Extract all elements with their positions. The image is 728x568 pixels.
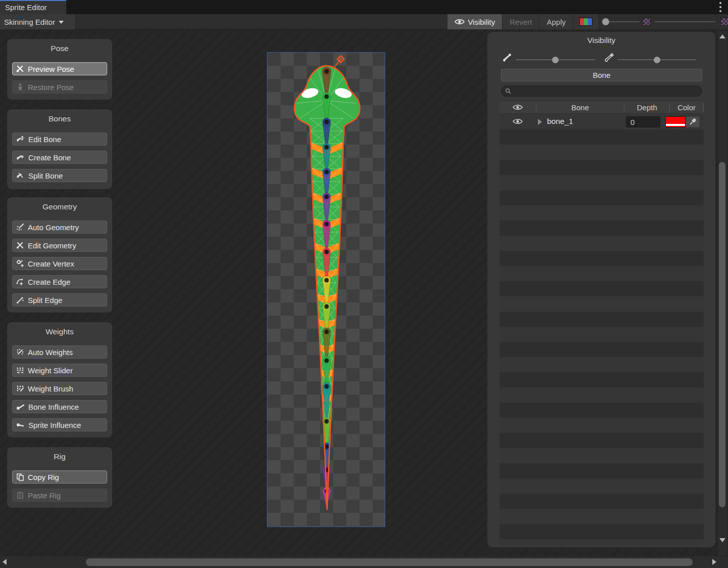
restore-pose-button[interactable]: Restore Pose [12, 80, 107, 94]
scroll-down-arrow-icon[interactable] [719, 538, 725, 542]
toolbar: Skinning Editor Visibility Revert Apply [0, 14, 728, 29]
bones-panel-title: Bones [7, 113, 112, 124]
eyedropper-icon [689, 118, 696, 125]
vertical-scrollbar[interactable] [718, 31, 727, 555]
bone-opacity-slider-knob[interactable] [552, 57, 559, 63]
copy-rig-button[interactable]: Copy Rig [12, 470, 107, 484]
weights-panel: Weights Auto Weights [7, 322, 113, 438]
alpha-bar [666, 124, 685, 126]
create-bone-icon [16, 153, 25, 161]
split-bone-button[interactable]: Split Bone [12, 169, 107, 182]
opacity-sliders [599, 14, 728, 29]
scroll-up-arrow-icon[interactable] [719, 34, 725, 38]
visibility-panel-title: Visibility [487, 36, 715, 45]
auto-geometry-button[interactable]: Auto Geometry [12, 221, 107, 234]
weight-slider-icon [16, 366, 24, 374]
geometry-panel-title: Geometry [7, 201, 112, 212]
edit-bone-button[interactable]: Edit Bone [12, 133, 107, 146]
bone-influence-icon [16, 403, 25, 411]
weight-brush-icon [16, 384, 24, 392]
editor-mode-label: Skinning Editor [4, 18, 55, 26]
visibility-panel: Visibility Bone [487, 31, 716, 548]
create-vertex-icon [16, 259, 24, 268]
mesh-opacity-slider-track[interactable] [609, 21, 640, 22]
visibility-column-eye-icon [513, 104, 523, 110]
paste-icon [16, 491, 24, 499]
vertical-scrollbar-thumb[interactable] [719, 162, 725, 507]
bone-search-field[interactable] [501, 85, 702, 97]
tab-bone[interactable]: Bone [501, 69, 702, 81]
column-header-depth: Depth [624, 101, 669, 113]
weight-slider-button[interactable]: Weight Slider [12, 364, 107, 377]
rigged-sprite [267, 53, 386, 528]
geometry-panel: Geometry Auto Geometry Edit Geometry [7, 197, 113, 313]
search-input[interactable] [514, 88, 696, 95]
rgb-swatch-icon [579, 18, 593, 26]
visibility-toggle-button[interactable]: Visibility [447, 14, 502, 29]
sprite-canvas[interactable] [267, 52, 385, 527]
copy-icon [16, 473, 24, 481]
eyedropper-button[interactable] [686, 116, 700, 127]
split-edge-button[interactable]: Split Edge [12, 293, 107, 307]
eye-icon [454, 19, 465, 25]
apply-button[interactable]: Apply [539, 14, 573, 29]
preview-pose-button[interactable]: Preview Pose [12, 62, 107, 75]
rig-panel-title: Rig [7, 451, 112, 462]
split-edge-icon [16, 296, 24, 304]
create-edge-icon [16, 278, 24, 286]
edit-geometry-icon [16, 241, 24, 249]
kebab-menu-icon[interactable] [719, 2, 722, 12]
create-vertex-button[interactable]: Create Vertex [12, 257, 107, 270]
bone-visibility-eye-icon[interactable] [513, 118, 523, 124]
column-header-color: Color [670, 101, 703, 113]
sprite-color-swatch-button[interactable] [573, 14, 599, 29]
paste-rig-button[interactable]: Paste Rig [12, 489, 107, 502]
mesh-visibility-slider-knob[interactable] [654, 57, 660, 63]
sprite-influence-button[interactable]: Sprite Influence [12, 418, 107, 431]
mesh-opacity-slider-knob[interactable] [602, 18, 609, 25]
sprite-opacity-slider-track[interactable] [655, 21, 715, 22]
bone-table-header: Bone Depth Color [499, 101, 704, 114]
tab-sprite-editor[interactable]: Sprite Editor [0, 0, 66, 14]
preview-pose-icon [16, 65, 24, 73]
weights-panel-title: Weights [7, 326, 112, 337]
sprite-opacity-icon [720, 18, 728, 26]
edit-bone-icon [16, 135, 25, 143]
search-icon [505, 88, 511, 94]
horizontal-scrollbar-thumb[interactable] [86, 558, 693, 566]
create-edge-button[interactable]: Create Edge [12, 275, 107, 288]
bone-filled-icon [502, 52, 513, 63]
scroll-left-arrow-icon[interactable] [3, 559, 7, 565]
auto-weights-button[interactable]: Auto Weights [12, 345, 107, 359]
pose-panel-title: Pose [7, 43, 112, 54]
bone-depth-input[interactable] [626, 116, 660, 127]
bone-table-row[interactable]: bone_1 [499, 114, 704, 129]
column-header-bone: Bone [536, 101, 624, 113]
tab-bar: Sprite Editor [0, 0, 728, 14]
restore-pose-icon [16, 83, 24, 91]
pose-panel: Pose Preview Pose Restore Pose [7, 38, 113, 100]
editor-mode-dropdown[interactable]: Skinning Editor [0, 14, 76, 29]
horizontal-scrollbar[interactable] [0, 556, 728, 568]
weight-brush-button[interactable]: Weight Brush [12, 382, 107, 395]
edit-geometry-button[interactable]: Edit Geometry [12, 239, 107, 252]
bone-list-empty-rows [499, 129, 704, 545]
bone-name-label: bone_1 [547, 117, 573, 126]
split-bone-icon [16, 171, 25, 180]
scroll-right-arrow-icon[interactable] [712, 559, 716, 565]
bone-color-swatch[interactable] [665, 116, 686, 127]
skinning-editor-window: Sprite Editor Skinning Editor Visibility… [0, 0, 728, 568]
mesh-opacity-icon [643, 18, 651, 26]
bone-outline-icon [604, 52, 615, 63]
sprite-influence-icon [16, 421, 25, 429]
revert-button[interactable]: Revert [502, 14, 539, 29]
rig-panel: Rig Copy Rig Paste Rig [7, 447, 113, 508]
bone-influence-button[interactable]: Bone Influence [12, 400, 107, 413]
expander-icon[interactable] [538, 119, 542, 125]
bones-panel: Bones Edit Bone Create Bone [7, 109, 113, 190]
auto-geometry-icon [16, 223, 24, 231]
chevron-down-icon [59, 21, 64, 24]
create-bone-button[interactable]: Create Bone [12, 151, 107, 164]
auto-weights-icon [16, 348, 24, 356]
